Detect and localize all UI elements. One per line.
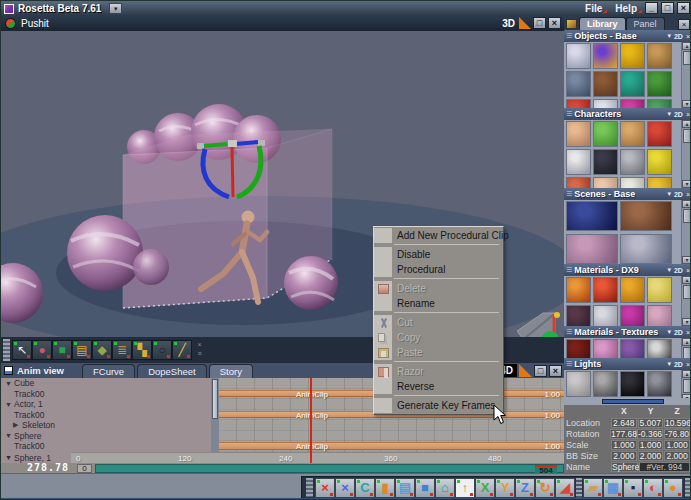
menu-item-procedural[interactable]: Procedural [374,262,503,277]
folder-tool[interactable]: ▰ [583,478,603,498]
home-tool[interactable]: ⌂ [435,478,455,498]
y-axis-tool[interactable]: Y [495,478,515,498]
viewport-tab-label[interactable]: Pushit [21,18,49,29]
section-close-icon[interactable]: × [686,329,690,336]
library-horizontal-scrollbar[interactable] [564,398,691,405]
section-scrollbar[interactable]: ▴▾ [681,42,691,108]
menu-item-reverse[interactable]: Reverse [374,379,503,394]
section-scrollbar[interactable]: ▴▾ [681,120,691,188]
section-header[interactable]: ☰Objects - Base▾2D× [564,30,691,42]
spheres-tool[interactable]: ▚ [132,340,152,360]
section-zoom-label[interactable]: 2D [674,329,683,336]
section-scrollbar[interactable]: ▴▾ [681,370,691,398]
dock-grip[interactable] [306,478,313,497]
thumbnail[interactable] [647,121,672,147]
section-close-icon[interactable]: × [686,191,690,198]
tab-dopesheet[interactable]: DopeSheet [137,364,207,378]
thumbnail[interactable] [620,305,645,326]
thumbnail[interactable] [566,277,591,303]
offset-field[interactable]: 0 [77,464,92,473]
section-close-icon[interactable]: × [686,361,690,368]
dock-grip[interactable] [685,478,691,497]
thumbnail[interactable] [593,277,618,303]
hammer-red-tool[interactable]: × [315,478,335,498]
thumbnail[interactable] [593,339,618,358]
menu-file[interactable]: File [580,3,607,14]
thumbnail[interactable] [566,149,591,175]
library-close-button[interactable]: × [678,19,690,30]
section-scrollbar[interactable]: ▴▾ [681,338,691,358]
section-collapse-icon[interactable]: ▾ [667,190,671,198]
track-vertical-scrollbar[interactable] [211,378,219,452]
timeline-ruler[interactable]: 0120240360480 [71,452,564,463]
thumbnail[interactable] [620,277,645,303]
skew-tool[interactable]: ◢ [555,478,575,498]
select-tool[interactable]: ↖ [12,340,32,360]
scale-x[interactable]: 1.000 [611,440,637,450]
thumbnail[interactable] [593,121,618,147]
thumbnail[interactable] [647,71,672,97]
location-z[interactable]: 10.596 [664,418,690,428]
thumbnail[interactable] [620,99,645,108]
thumbnail[interactable] [620,201,672,231]
object-name[interactable]: Sphere, [611,462,638,472]
paint-tool[interactable]: ● [32,340,52,360]
range-scrollbar[interactable]: 504 [95,464,564,473]
section-header[interactable]: ☰Materials - DX9▾2D× [564,264,691,276]
tab-story[interactable]: Story [209,364,253,378]
thumbnail[interactable] [593,305,618,326]
viewport-maximize-button[interactable]: □ [533,17,546,29]
thumbnail[interactable] [647,149,672,175]
knife-tool[interactable]: ╱ [172,340,192,360]
section-close-icon[interactable]: × [686,267,690,274]
menu-help[interactable]: Help [610,3,642,14]
section-zoom-label[interactable]: 2D [674,33,683,40]
thumbnail[interactable] [647,371,672,397]
section-close-icon[interactable]: × [686,111,690,118]
z-axis-tool[interactable]: Z [515,478,535,498]
title-dropdown-button[interactable]: ▾ [109,3,122,14]
thumbnail[interactable] [593,177,618,188]
grid-tool[interactable]: ▦ [603,478,623,498]
thumbnail[interactable] [566,371,591,397]
thumbnail[interactable] [647,43,672,69]
minimize-button[interactable]: _ [645,2,658,14]
playhead[interactable] [310,378,312,463]
section-zoom-label[interactable]: 2D [674,111,683,118]
thumbnail[interactable] [620,371,645,397]
anim-clip[interactable]: AnimClip1.00 [219,442,564,450]
anim-view-icon[interactable] [4,366,13,375]
bbsize-x[interactable]: 2.000 [611,451,637,461]
section-collapse-icon[interactable]: ▾ [667,32,671,40]
section-header[interactable]: ☰Scenes - Base▾2D× [564,188,691,200]
thumbnail[interactable] [566,234,618,264]
current-frame-field[interactable]: 278.78 [1,463,77,473]
section-collapse-icon[interactable]: ▾ [667,328,671,336]
section-collapse-icon[interactable]: ▾ [667,266,671,274]
section-zoom-label[interactable]: 2D [674,361,683,368]
thumbnail[interactable] [593,99,618,108]
cube-tool[interactable]: ■ [52,340,72,360]
rotation-z[interactable]: -76.80 [664,429,690,439]
thumbnail[interactable] [566,201,618,231]
thumbnail[interactable] [647,99,672,108]
location-x[interactable]: 2.648 [611,418,637,428]
tab-library[interactable]: Library [579,17,626,30]
rotation-x[interactable]: 177.68 [610,429,636,439]
menu-item-disable[interactable]: Disable [374,247,503,262]
tab-panel[interactable]: Panel [626,17,665,30]
axis-tripod-tool[interactable]: ↑ [455,478,475,498]
thumbnail[interactable] [566,305,591,326]
section-header[interactable]: ☰Lights▾2D× [564,358,691,370]
section-scrollbar[interactable]: ▴▾ [681,276,691,326]
timeline-maximize-button[interactable]: □ [534,365,547,377]
thumbnail[interactable] [566,99,591,108]
viewport-mode-triangle-icon[interactable] [519,17,531,29]
section-header[interactable]: ☰Characters▾2D× [564,108,691,120]
restore-button[interactable]: □ [661,2,674,14]
rotation-y[interactable]: -0.366 [637,429,663,439]
viewport-close-button[interactable]: × [548,17,561,29]
tab-fcurve[interactable]: FCurve [82,364,135,378]
rotate-tool[interactable]: ↻ [535,478,555,498]
viewport-mode-label[interactable]: 3D [502,18,515,29]
